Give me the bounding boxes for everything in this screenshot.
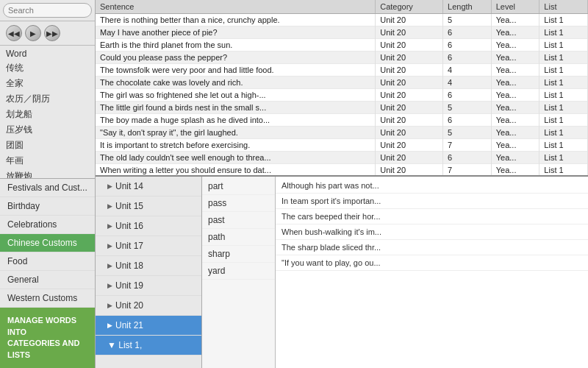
word-item[interactable]: 农历／阴历 — [0, 91, 95, 107]
main-content: Sentence Category Length Level List Ther… — [96, 0, 588, 368]
bottom-word-item[interactable]: yard — [202, 263, 275, 280]
table-row[interactable]: May I have another piece of pie?Unit 206… — [96, 26, 588, 39]
unit-arrow-icon: ▶ — [107, 222, 112, 230]
unit-item[interactable]: ▶Unit 16 — [96, 216, 201, 236]
unit-label: Unit 21 — [115, 320, 143, 330]
word-item[interactable]: 划龙船 — [0, 107, 95, 122]
word-item[interactable]: 全家 — [0, 76, 95, 91]
table-row[interactable]: The boy made a huge splash as he dived i… — [96, 114, 588, 127]
unit-arrow-icon: ▶ — [107, 202, 112, 210]
bottom-sentence-item: "If you want to play, go ou... — [276, 255, 588, 271]
play-button[interactable]: ▶ — [25, 25, 41, 41]
list-tab-label: ▼ List 1, — [107, 340, 142, 350]
unit-label: Unit 19 — [115, 280, 143, 291]
player-controls: ◀◀ ▶ ▶▶ — [0, 21, 95, 46]
unit-item[interactable]: ▶Unit 20 — [96, 296, 201, 316]
table-row[interactable]: Earth is the third planet from the sun.U… — [96, 39, 588, 52]
table-row[interactable]: There is nothing better than a nice, cru… — [96, 14, 588, 26]
search-box — [0, 0, 95, 21]
unit-arrow-icon: ▶ — [107, 242, 112, 250]
col-sentence: Sentence — [96, 0, 376, 14]
unit-label: Unit 15 — [115, 201, 143, 211]
unit-arrow-icon: ▶ — [107, 262, 112, 269]
word-item[interactable]: 团圆 — [0, 138, 95, 153]
nav-item-birthday[interactable]: Birthday — [0, 197, 95, 216]
next-button[interactable]: ▶▶ — [44, 25, 60, 41]
table-row[interactable]: The chocolate cake was lovely and rich.U… — [96, 77, 588, 89]
unit-label: Unit 17 — [115, 241, 143, 251]
unit-item[interactable]: ▶Unit 17 — [96, 236, 201, 256]
nav-item-celebrations[interactable]: Celebrations — [0, 216, 95, 234]
word-list: Word传统全家农历／阴历划龙船压岁钱团圆年画放鞭炮灯迷福穿舞狮舞龙 — [0, 46, 95, 179]
bottom-sentence-item: In team sport it's importan... — [276, 194, 588, 209]
nav-item-food[interactable]: Food — [0, 252, 95, 271]
bottom-word-item[interactable]: path — [202, 229, 275, 246]
col-length: Length — [443, 0, 492, 14]
table-row[interactable]: The little girl found a birds nest in th… — [96, 102, 588, 114]
unit-arrow-icon: ▶ — [107, 322, 112, 329]
bottom-sentence-item: The cars beeped their hor... — [276, 209, 588, 224]
table-row[interactable]: The townsfolk were very poor and had lit… — [96, 64, 588, 77]
sentence-column: Although his part was not...In team spor… — [276, 177, 588, 368]
unit-arrow-icon: ▶ — [107, 282, 112, 289]
bottom-word-item[interactable]: part — [202, 178, 275, 195]
unit-label: Unit 18 — [115, 261, 143, 271]
sentences-table: Sentence Category Length Level List Ther… — [96, 0, 588, 177]
unit-item[interactable]: ▶Unit 15 — [96, 197, 201, 216]
bottom-word-item[interactable]: past — [202, 212, 275, 229]
nav-item-western-customs[interactable]: Western Customs — [0, 289, 95, 308]
table-row[interactable]: It is important to stretch before exerci… — [96, 139, 588, 152]
word-item[interactable]: 传统 — [0, 60, 95, 76]
table-row[interactable]: "Say it, don't spray it", the girl laugh… — [96, 127, 588, 139]
table-body: There is nothing better than a nice, cru… — [96, 14, 588, 177]
col-category: Category — [376, 0, 443, 14]
bottom-sentence-item: The sharp blade sliced thr... — [276, 240, 588, 255]
unit-item[interactable]: ▶Unit 21 — [96, 316, 201, 336]
nav-item-festivals[interactable]: Festivals and Cust... — [0, 179, 95, 197]
col-list: List — [539, 0, 588, 14]
word-column: partpasspastpathsharpyard — [202, 177, 276, 368]
bottom-banner: MANAGE WORDS INTO CATEGORIES AND LISTS — [0, 308, 95, 368]
unit-arrow-icon: ▶ — [107, 183, 112, 190]
unit-label: Unit 20 — [115, 300, 143, 311]
top-table-area: Sentence Category Length Level List Ther… — [96, 0, 588, 177]
unit-list: ▶Unit 14▶Unit 15▶Unit 16▶Unit 17▶Unit 18… — [96, 177, 202, 368]
nav-item-chinese-customs[interactable]: Chinese Customs — [0, 234, 95, 252]
word-item[interactable]: Word — [0, 47, 95, 60]
unit-item[interactable]: ▶Unit 18 — [96, 256, 201, 276]
unit-label: Unit 14 — [115, 181, 143, 191]
table-row[interactable]: When writing a letter you should ensure … — [96, 164, 588, 177]
word-item[interactable]: 压岁钱 — [0, 122, 95, 138]
table-row[interactable]: Could you please pass the pepper?Unit 20… — [96, 52, 588, 64]
nav-item-general[interactable]: General — [0, 271, 95, 289]
word-item[interactable]: 放鞭炮 — [0, 169, 95, 179]
list-tab[interactable]: ▼ List 1, — [96, 336, 201, 355]
bottom-sentence-item: Although his part was not... — [276, 178, 588, 194]
col-level: Level — [491, 0, 539, 14]
table-row[interactable]: The old lady couldn't see well enough to… — [96, 152, 588, 164]
bottom-word-item[interactable]: pass — [202, 195, 275, 212]
word-item[interactable]: 年画 — [0, 153, 95, 169]
prev-button[interactable]: ◀◀ — [6, 25, 22, 41]
bottom-sentence-item: When bush-walking it's im... — [276, 224, 588, 240]
sidebar: ◀◀ ▶ ▶▶ Word传统全家农历／阴历划龙船压岁钱团圆年画放鞭炮灯迷福穿舞狮… — [0, 0, 96, 368]
unit-arrow-icon: ▶ — [107, 302, 112, 309]
nav-section: Festivals and Cust...BirthdayCelebration… — [0, 179, 95, 308]
unit-label: Unit 16 — [115, 221, 143, 231]
unit-item[interactable]: ▶Unit 19 — [96, 276, 201, 296]
bottom-area: ▶Unit 14▶Unit 15▶Unit 16▶Unit 17▶Unit 18… — [96, 177, 588, 368]
table-row[interactable]: The girl was so frightened she let out a… — [96, 89, 588, 102]
unit-item[interactable]: ▶Unit 14 — [96, 177, 201, 197]
bottom-word-item[interactable]: sharp — [202, 246, 275, 263]
search-input[interactable] — [3, 3, 92, 18]
